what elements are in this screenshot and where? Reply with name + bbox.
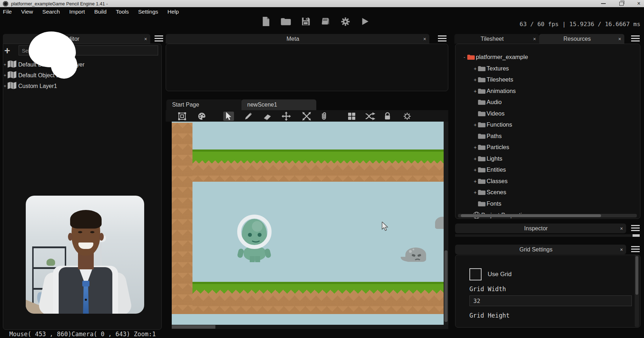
tiles-grid-icon[interactable] — [346, 112, 357, 121]
resources-close-icon[interactable]: × — [615, 36, 624, 42]
app-window: platformer_exampleGame Pencil Engine 1.4… — [0, 0, 644, 338]
tree-row-fonts[interactable]: Fonts — [473, 198, 501, 209]
pencil-tool-icon[interactable] — [243, 112, 254, 121]
layer-expand-icon[interactable]: + — [4, 83, 7, 89]
add-layer-button[interactable]: + — [4, 46, 10, 56]
expand-icon[interactable]: + — [473, 88, 478, 94]
palette-tool-icon[interactable] — [196, 112, 207, 121]
attach-paperclip-icon[interactable] — [318, 112, 329, 121]
scene-frame-tool-icon[interactable] — [177, 112, 187, 121]
move-tool-icon[interactable] — [281, 112, 292, 121]
grid-settings-scrollbar[interactable] — [635, 255, 639, 327]
menu-view[interactable]: View — [21, 9, 33, 15]
tab-new-scene1[interactable]: newScene1 — [241, 99, 316, 110]
layer-row-custom1[interactable]: + Custom Layer1 — [4, 81, 157, 91]
inspector-close-icon[interactable]: × — [617, 226, 626, 231]
resources-horizontal-scrollbar[interactable] — [458, 214, 637, 217]
scene-vertical-scrollbar[interactable] — [444, 122, 448, 325]
scene-vertical-scrollbar-thumb[interactable] — [444, 250, 448, 322]
left-panel-close-icon[interactable]: × — [141, 36, 150, 42]
tab-start-page[interactable]: Start Page — [166, 99, 243, 110]
menu-search[interactable]: Search — [42, 9, 60, 15]
grid-settings-scrollbar-thumb[interactable] — [635, 256, 638, 295]
tree-row-scenes[interactable]: +Scenes — [473, 187, 506, 198]
grid-width-input[interactable] — [469, 295, 632, 306]
left-panel-tab[interactable]: Editor × — [3, 34, 150, 44]
tree-row-videos[interactable]: Videos — [473, 108, 504, 119]
pointer-tool-icon[interactable] — [223, 112, 234, 121]
collapse-icon[interactable]: - — [462, 54, 467, 60]
tree-row-classes[interactable]: +Classes — [473, 176, 508, 187]
expand-icon[interactable]: + — [473, 167, 478, 173]
menu-import[interactable]: Import — [69, 9, 85, 15]
tree-row-animations[interactable]: +Animations — [473, 85, 516, 97]
resources-horizontal-scrollbar-thumb[interactable] — [461, 214, 601, 217]
minimize-button[interactable] — [601, 3, 606, 4]
use-grid-label: Use Grid — [488, 271, 512, 278]
layer-row-object[interactable]: + Default Object Layer — [4, 70, 157, 80]
map-icon — [7, 71, 17, 80]
left-panel-menu-icon[interactable] — [155, 35, 163, 36]
lock-tool-icon[interactable] — [382, 112, 393, 121]
meta-panel-tab[interactable]: Meta × — [166, 34, 429, 44]
tilesheet-close-icon[interactable]: × — [530, 36, 539, 42]
expand-icon[interactable]: + — [473, 77, 478, 83]
grid-height-label: Grid Height — [469, 312, 510, 319]
shuffle-tool-icon[interactable] — [365, 112, 376, 121]
tree-row-functions[interactable]: +Functions — [473, 119, 512, 130]
save-icon[interactable] — [301, 17, 311, 26]
menu-help[interactable]: Help — [167, 9, 179, 15]
meta-panel-close-icon[interactable]: × — [420, 36, 429, 42]
menu-settings[interactable]: Settings — [138, 9, 158, 15]
new-file-icon[interactable] — [261, 16, 270, 26]
settings-gear-icon[interactable] — [341, 17, 350, 26]
inspector-scrollbar-thumb[interactable] — [633, 234, 640, 237]
tree-row-audio[interactable]: Audio — [473, 97, 502, 108]
resources-menu-icon[interactable] — [631, 35, 640, 36]
scene-horizontal-scrollbar-thumb[interactable] — [172, 325, 215, 329]
transform-tool-icon[interactable] — [301, 112, 312, 121]
tab-tilesheet[interactable]: Tilesheet × — [454, 34, 539, 44]
scene-horizontal-scrollbar[interactable] — [172, 325, 448, 329]
expand-icon[interactable]: + — [473, 156, 478, 162]
grid-settings-panel-tab[interactable]: Grid Settings × — [455, 245, 626, 254]
use-grid-checkbox[interactable] — [469, 268, 482, 280]
blob-enemy-sprite-clipped[interactable] — [435, 217, 444, 229]
layer-expand-icon[interactable]: + — [4, 62, 7, 67]
tree-row-lights[interactable]: +Lights — [473, 153, 502, 164]
restore-button[interactable] — [619, 2, 624, 6]
menu-tools[interactable]: Tools — [116, 9, 129, 15]
run-play-icon[interactable] — [360, 17, 370, 26]
inspector-menu-icon[interactable] — [631, 225, 640, 226]
tree-row-entities[interactable]: +Entities — [473, 164, 506, 175]
expand-icon[interactable]: + — [473, 144, 478, 150]
expand-icon[interactable]: + — [473, 122, 478, 128]
tree-row-paths[interactable]: Paths — [473, 131, 502, 142]
tree-row-particles[interactable]: +Particles — [473, 142, 509, 153]
close-button[interactable]: × — [637, 0, 640, 7]
grid-settings-title: Grid Settings — [455, 246, 617, 253]
tree-row-tilesheets[interactable]: +Tilesheets — [473, 74, 513, 85]
eraser-tool-icon[interactable] — [262, 112, 273, 121]
tree-row-textures[interactable]: +Textures — [473, 63, 509, 74]
tab-resources[interactable]: Resources × — [539, 34, 624, 44]
open-folder-icon[interactable] — [280, 17, 291, 26]
grid-settings-close-icon[interactable]: × — [617, 247, 626, 253]
layer-row-background[interactable]: + Default Background Layer — [4, 59, 157, 70]
manual-book-icon[interactable] — [321, 17, 331, 26]
grid-settings-menu-icon[interactable] — [631, 246, 640, 247]
menu-file[interactable]: File — [3, 9, 12, 15]
inspector-scrollbar[interactable] — [455, 234, 640, 237]
expand-icon[interactable]: + — [473, 190, 478, 195]
white-blob-overlay — [51, 52, 77, 79]
layer-expand-icon[interactable]: + — [4, 73, 7, 78]
meta-panel-menu-icon[interactable] — [438, 35, 447, 36]
inspector-panel-tab[interactable]: Inspector × — [455, 224, 626, 233]
folder-icon — [478, 189, 486, 196]
scene-settings-gear-icon[interactable] — [402, 112, 413, 121]
expand-icon[interactable]: + — [473, 66, 478, 72]
expand-icon[interactable]: + — [473, 178, 478, 184]
menu-build[interactable]: Build — [94, 9, 106, 15]
tree-row-root[interactable]: - platformer_example — [462, 52, 528, 63]
scene-canvas[interactable] — [172, 122, 444, 325]
